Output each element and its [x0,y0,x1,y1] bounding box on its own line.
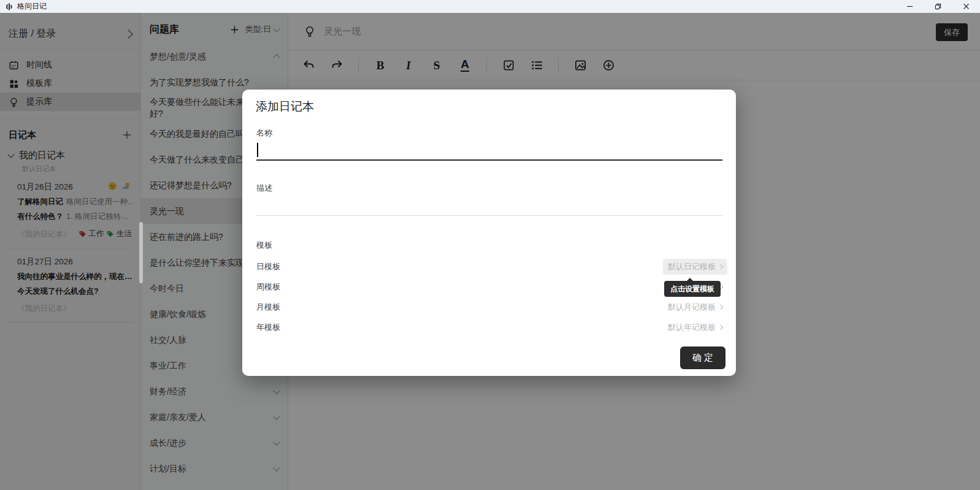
template-row-label: 周模板 [256,281,280,293]
window-titlebar: 格间日记 [0,0,980,13]
restore-button[interactable] [924,0,952,13]
close-button[interactable] [952,0,980,13]
template-value-label: 默认月记模板 [668,302,716,313]
template-value-label: 默认年记模板 [668,322,716,333]
confirm-button[interactable]: 确 定 [680,346,725,369]
chevron-right-icon [718,324,723,329]
template-row-week: 周模板默认周记模板 [256,277,722,297]
window-title: 格间日记 [17,1,47,12]
template-row-label: 月模板 [256,302,280,313]
add-diary-dialog: 添加日记本 名称 描述 模板 日模板默认日记模板周模板默认周记模板月模板默认月记… [242,90,736,376]
app-logo-icon [5,2,13,11]
diary-description-input[interactable] [256,197,722,216]
text-caret [257,143,258,157]
window-controls [895,0,980,13]
app-window: 格间日记 注册 / 登录 时间线模板库提示库 日记本 [0,0,980,490]
template-row-label: 年模板 [256,322,280,333]
name-field-label: 名称 [256,128,272,139]
chevron-right-icon [718,264,723,269]
minimize-button[interactable] [895,0,924,13]
dialog-title: 添加日记本 [256,99,314,115]
template-row-year: 年模板默认年记模板 [256,317,722,337]
template-row-label: 日模板 [256,261,280,272]
template-tooltip: 点击设置模板 [664,281,721,297]
template-value-button[interactable]: 默认年记模板 [668,322,722,333]
template-section-label: 模板 [256,240,272,251]
sidebar-scrollbar-thumb[interactable] [139,222,143,283]
template-value-button[interactable]: 默认月记模板 [668,302,722,313]
diary-name-input[interactable] [256,141,722,161]
template-rows: 日模板默认日记模板周模板默认周记模板月模板默认月记模板年模板默认年记模板 [256,256,722,337]
template-row-month: 月模板默认月记模板 [256,297,722,317]
template-value-button[interactable]: 默认日记模板 [663,259,727,275]
template-row-day: 日模板默认日记模板 [256,256,722,277]
description-field-label: 描述 [256,183,272,194]
template-value-label: 默认日记模板 [668,261,716,272]
chevron-right-icon [718,304,723,309]
